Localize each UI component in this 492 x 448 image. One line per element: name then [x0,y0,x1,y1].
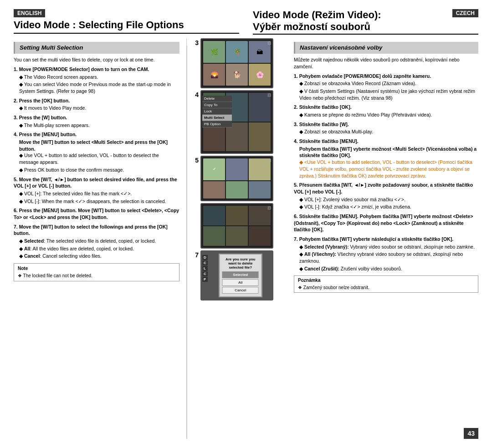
left-step-6: 6. Press the [MENU] button. Move [W/T] b… [14,207,179,220]
right-step-3: 3. Stiskněte tlačítko [W]. [294,121,478,128]
left-step-4: 4. Press the [MENU] button. [14,131,179,138]
right-bullet-1-2: V části System Settings (Nastavení systé… [294,88,478,101]
page-number: 43 [464,428,478,439]
right-step-5: 5. Přesunem tlačítka [W/T, ◄/►] zvolte p… [294,182,478,195]
screen-icon-6: ⊟ [267,205,271,210]
left-step-1: 1. Move [POWER/MODE Selector] down to tu… [14,66,179,73]
screen-row-3: 3 🌿 🌴 🏔 🌄 🐕 🌸 ⊟ [190,38,283,88]
thumb-6-6 [249,226,271,246]
right-header: Video Mode (Režim Video): Výběr možností… [239,9,478,35]
note-text: ❖ The locked file can not be deleted. [18,273,175,279]
left-bullet-7-3: Cancel: Cancel selecting video files. [14,253,179,260]
poznámka-box: Poznámka ❖ Zamčený soubor nelze odstrani… [294,275,478,293]
step-num-7: 7 [190,250,199,259]
dialog-selected-btn[interactable]: Selected [222,271,259,278]
right-bullet-7-2: All (Všechny): Všechny vybrané video sou… [294,251,478,264]
step-num-4: 4 [190,90,199,98]
screen-icon-5: ⊟ [267,158,271,163]
header-row: ENGLISH Video Mode : Selecting File Opti… [14,9,478,35]
confirm-dialog: Are you sure you want to delete selected… [219,254,262,297]
thumb-5-6 [249,181,271,199]
dialog-cancel-btn[interactable]: Cancel [222,287,259,294]
right-bullet-1-1: Zobrazí se obrazovka Video Record (Zázna… [294,80,478,87]
main-title-left: Video Mode : Selecting File Options [14,19,239,34]
thumb-6-2 [226,206,248,225]
screen-7: D C L C P Are you sure you want to delet… [200,250,273,300]
left-step-2: 2. Press the [OK] button. [14,97,179,104]
left-intro: You can set the multi video files to del… [14,56,179,63]
screen-row-6: 6 ⊟ [190,203,283,249]
note-box: Note ❖ The locked file can not be delete… [14,263,179,281]
center-column: 3 🌿 🌴 🏔 🌄 🐕 🌸 ⊟ 4 [187,38,287,439]
right-step-7: 7. Pohybem tlačítka [W/T] vyberte násled… [294,236,478,243]
right-title-line2: Výběr možností souborů [253,21,370,32]
thumb-5: 🐕 [226,64,248,86]
thumb-5-1: ✓ [203,158,225,180]
thumb-4-6 [249,122,271,151]
czech-badge: CZECH [452,9,478,17]
thumb-4: 🌄 [203,64,225,86]
menu-overlay-4: Delete Copy To Lock Multi Select PB Opti… [202,96,232,127]
thumb-6-5 [226,226,248,246]
right-bullet-5-1: VOL [+]: Zvolený video soubor má značku … [294,196,478,203]
right-title-text: Video Mode (Režim Video): Výběr možností… [253,9,381,33]
screen-6: ⊟ [200,203,273,249]
left-bullet-1-1: The Video Record screen appears. [14,74,179,81]
left-bullet-7-1: Selected: The selected video file is del… [14,238,179,244]
screen-row-5: 5 ✓ ⊟ [190,156,283,201]
screen-row-4: 4 Delete Copy To Lock Multi Sele [190,90,283,154]
left-bullet-2-1: It moves to Video Play mode. [14,105,179,112]
right-bullet-3-1: Zobrazí se obrazovka Multi-play. [294,128,478,135]
right-step-4-sub: Pohybem tlačítka [W/T] vyberte možnost <… [294,146,478,159]
main-content: Setting Multi Selection You can set the … [14,38,478,439]
right-bullet-4-1: <Use VOL + button to add selection, VOL … [294,159,478,179]
thumb-6-4 [203,226,225,246]
left-bullet-1-2: You can select Video mode or Previous mo… [14,81,179,94]
menu-copy-to[interactable]: Copy To [202,102,232,108]
dialog-question: Are you sure you want to delete selected… [222,257,258,270]
thumb-5-4 [203,181,225,199]
menu-delete[interactable]: Delete [202,96,232,102]
poznámka-text: ❖ Zamčený soubor nelze odstranit. [298,285,474,291]
left-header: ENGLISH Video Mode : Selecting File Opti… [14,9,239,34]
right-step-2: 2. Stiskněte tlačítko [OK]. [294,104,478,111]
screen-icon-4: ⊟ [267,92,271,97]
left-column: Setting Multi Selection You can set the … [14,38,187,439]
right-bullet-7-1: Selected (Vybraný): Vybraný video soubor… [294,244,478,250]
thumb-1: 🌿 [203,41,225,63]
thumb-5-2 [226,158,248,180]
left-bullet-5-1: VOL [+]: The selected video file has the… [14,190,179,197]
right-bullet-2-1: Kamera se přepne do režimu Video Play (P… [294,112,478,118]
screen-5: ✓ ⊟ [200,156,273,201]
left-step-7: 7. Move the [W/T] button to select the f… [14,224,179,237]
thumb-6: 🌸 [249,64,271,86]
menu-pb-option[interactable]: PB Option [202,121,232,127]
right-column: Nastavení vícenásobné volby Můžete zvoli… [287,38,478,439]
dialog-buttons: Selected All Cancel [222,271,258,294]
screen-4: Delete Copy To Lock Multi Select PB Opti… [200,90,273,154]
right-step-1: 1. Pohybem ovladače [POWER/MODE] dolů za… [294,73,478,80]
menu-multi-select[interactable]: Multi Select [202,115,232,121]
thumb-5-5 [226,181,248,199]
right-step-6: 6. Stiskněte tlačítko [MENU]. Pohybem tl… [294,213,478,233]
thumb-6-1 [203,206,225,225]
page: ENGLISH Video Mode : Selecting File Opti… [0,0,492,448]
note-label: Note [18,265,175,272]
screen-3: 🌿 🌴 🏔 🌄 🐕 🌸 ⊟ [200,38,273,88]
poznámka-label: Poznámka [298,277,474,284]
left-step-3: 3. Press the [W] button. [14,114,179,121]
right-section-header: Nastavení vícenásobné volby [294,42,478,54]
english-badge: ENGLISH [14,9,45,17]
left-step-5: 5. Move the [W/T, ◄/►] button to select … [14,176,179,189]
screen-row-7: 7 D C L C P Are you sure you want to del… [190,250,283,300]
right-step-4: 4. Stiskněte tlačítko [MENU]. [294,138,478,145]
thumb-2: 🌴 [226,41,248,63]
right-bullet-7-3: Cancel (Zrušit): Zrušení volby video sou… [294,265,478,272]
dialog-all-btn[interactable]: All [222,279,259,286]
screen-icon-3: ⊟ [267,41,271,46]
left-bullet-7-2: All: All the video files are deleted, co… [14,245,179,252]
menu-lock[interactable]: Lock [202,108,232,115]
step-num-5: 5 [190,156,199,164]
left-bullet-3-1: The Multi-play screen appears. [14,122,179,129]
step-num-3: 3 [190,38,199,46]
